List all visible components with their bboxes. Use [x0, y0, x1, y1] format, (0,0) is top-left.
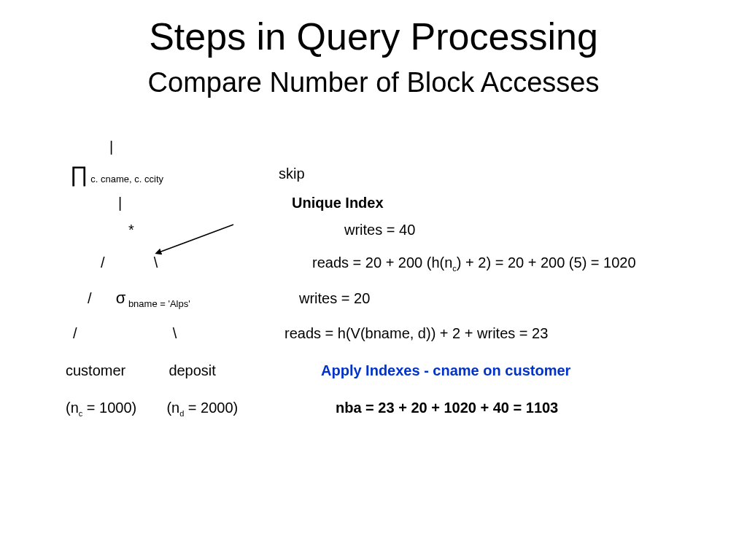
nd-size: (nd = 2000) — [166, 400, 238, 416]
tree-row: (nc = 1000) (nd = 2000) nba = 23 + 20 + … — [66, 400, 722, 418]
page-title: Steps in Query Processing — [0, 15, 747, 58]
apply-indexes-label: Apply Indexes - cname on customer — [321, 362, 570, 378]
pipe: | — [109, 139, 113, 155]
slash: / — [88, 290, 92, 306]
reads-label: reads = 20 + 200 (h(nc) + 2) = 20 + 200 … — [312, 254, 636, 271]
join-star: * — [128, 222, 134, 238]
page-subtitle: Compare Number of Block Accesses — [0, 67, 747, 98]
query-tree: | ∏ c. cname, c. ccity skip | Unique Ind… — [66, 139, 722, 428]
tree-row: * writes = 40 — [66, 222, 722, 238]
tree-row: / \ reads = 20 + 200 (h(nc) + 2) = 20 + … — [66, 254, 722, 273]
nba-result: nba = 23 + 20 + 1020 + 40 = 1103 — [336, 400, 558, 416]
tree-row: | — [66, 139, 722, 155]
project-symbol: ∏ — [70, 162, 88, 186]
project-sub: c. cname, c. ccity — [88, 174, 163, 184]
pipe: | — [118, 195, 122, 211]
slash: / — [101, 254, 105, 271]
relation-deposit: deposit — [169, 362, 216, 378]
backslash: \ — [154, 254, 158, 271]
writes-label: writes = 20 — [299, 290, 370, 306]
writes-label: writes = 40 — [344, 222, 415, 238]
reads-label: reads = h(V(bname, d)) + 2 + writes = 23 — [285, 325, 548, 341]
tree-row: / \ reads = h(V(bname, d)) + 2 + writes … — [66, 325, 722, 342]
skip-label: skip — [279, 166, 305, 182]
nc-size: (nc = 1000) — [66, 400, 136, 416]
slash: / — [73, 325, 77, 341]
tree-row: / σ bname = 'Alps' writes = 20 — [66, 289, 722, 309]
tree-row: customer deposit Apply Indexes - cname o… — [66, 362, 722, 379]
sigma-sub: bname = 'Alps' — [125, 298, 190, 309]
backslash: \ — [173, 325, 177, 341]
tree-row: ∏ c. cname, c. ccity skip — [66, 166, 722, 184]
slide: Steps in Query Processing Compare Number… — [0, 0, 747, 560]
sigma-symbol: σ — [116, 289, 126, 307]
tree-row: | Unique Index — [66, 195, 722, 211]
relation-customer: customer — [66, 362, 125, 378]
